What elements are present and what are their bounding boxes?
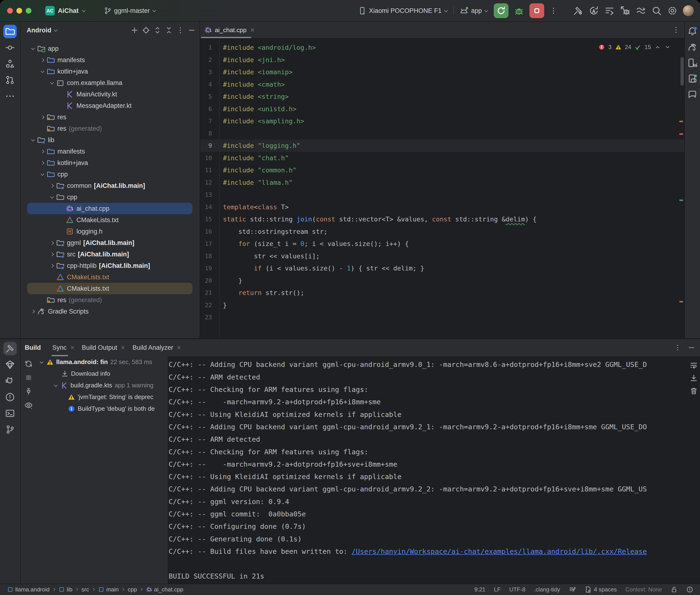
- rail-button-gemini[interactable]: [686, 88, 699, 101]
- build-info-node[interactable]: BuildType 'debug' is both de: [21, 403, 168, 415]
- close-tab-icon[interactable]: [176, 345, 182, 350]
- profiler-icon[interactable]: [636, 5, 646, 16]
- attach-debugger-icon[interactable]: [620, 5, 631, 16]
- file-encoding[interactable]: UTF-8: [509, 586, 525, 593]
- tree-item-messageadapter-kt[interactable]: MessageAdapter.kt: [27, 100, 192, 111]
- rail-button-gradle-elephant[interactable]: [686, 41, 699, 53]
- hide-build-panel-icon[interactable]: [688, 344, 695, 351]
- gradle-file-node[interactable]: build.gradle.kts app 1 warning: [21, 379, 168, 391]
- tree-item-res[interactable]: res(generated): [27, 294, 192, 306]
- zoom-window-button[interactable]: [26, 8, 31, 13]
- code-line-21[interactable]: 21 return str.str();: [200, 287, 684, 299]
- chevron-right-icon[interactable]: [50, 241, 54, 245]
- editor-options-kebab-icon[interactable]: [672, 26, 680, 34]
- error-stripe-mark[interactable]: [679, 121, 683, 122]
- tree-item-cmakelists-txt[interactable]: CMakeLists.txt: [27, 272, 192, 283]
- error-stripe-mark[interactable]: [679, 301, 683, 302]
- chevron-down-icon[interactable]: [40, 69, 45, 74]
- locate-file-icon[interactable]: [142, 26, 150, 34]
- tree-item-manifests[interactable]: manifests: [27, 54, 192, 66]
- rail-button-diamond[interactable]: [3, 358, 17, 371]
- project-widget[interactable]: AC AiChat: [45, 6, 86, 16]
- code-line-15[interactable]: 15static std::string join(const std::vec…: [200, 213, 684, 225]
- code-line-5[interactable]: 5#include <string>: [200, 90, 684, 103]
- code-line-11[interactable]: 11#include "common.h": [200, 164, 684, 176]
- power-save-icon[interactable]: [686, 586, 693, 593]
- tree-item-cmakelists-txt[interactable]: CMakeLists.txt: [27, 283, 192, 294]
- code-line-13[interactable]: 13: [200, 189, 684, 201]
- build-warning-node[interactable]: 'jvmTarget: String' is deprec: [21, 391, 168, 403]
- rail-button-hammer[interactable]: [3, 342, 17, 355]
- clear-all-icon[interactable]: [690, 387, 698, 395]
- user-avatar[interactable]: [683, 5, 694, 16]
- error-stripe-mark[interactable]: [679, 133, 683, 135]
- apply-code-changes-icon[interactable]: [604, 5, 615, 16]
- expand-all-icon[interactable]: [153, 26, 162, 34]
- inspections-status-icon[interactable]: [569, 586, 576, 593]
- rail-button-problems[interactable]: [3, 391, 17, 404]
- code-line-20[interactable]: 20 }: [200, 275, 684, 287]
- chevron-right-icon[interactable]: [40, 161, 45, 165]
- download-info-node[interactable]: Download info: [21, 368, 168, 379]
- rerun-button[interactable]: [494, 3, 508, 18]
- code-line-14[interactable]: 14template<class T>: [200, 201, 684, 213]
- chevron-down-icon[interactable]: [50, 195, 54, 199]
- tree-item-res[interactable]: res: [27, 111, 192, 123]
- chevron-down-icon[interactable]: [31, 47, 35, 51]
- build-tab-build-output[interactable]: Build Output: [79, 339, 129, 356]
- chevron-right-icon[interactable]: [40, 149, 45, 153]
- breadcrumb-item-llama-android[interactable]: llama.android: [7, 586, 50, 593]
- search-icon[interactable]: [651, 5, 662, 16]
- rail-button-pull-requests[interactable]: [3, 73, 17, 87]
- close-tab-icon[interactable]: [249, 27, 256, 33]
- rail-button-bell[interactable]: [686, 25, 699, 38]
- vcs-branch-widget[interactable]: ggml-master: [104, 7, 157, 15]
- settings-gear-icon[interactable]: [667, 5, 678, 16]
- more-actions-kebab-icon[interactable]: [550, 7, 558, 15]
- line-separator[interactable]: LF: [494, 586, 501, 593]
- code-editor[interactable]: 1#include <android/log.h>2#include <jni.…: [200, 38, 684, 338]
- run-configuration-selector[interactable]: app: [459, 6, 488, 16]
- code-line-9[interactable]: 9#include "logging.h": [200, 140, 684, 152]
- code-line-3[interactable]: 3#include <iomanip>: [200, 66, 684, 78]
- debug-button[interactable]: [514, 5, 524, 16]
- tree-item-cpp[interactable]: cpp: [27, 169, 192, 180]
- tree-item-mainactivity-kt[interactable]: MainActivity.kt: [27, 89, 192, 100]
- code-line-7[interactable]: 7#include <sampling.h>: [200, 115, 684, 128]
- panel-options-kebab-icon[interactable]: [176, 26, 184, 34]
- close-window-button[interactable]: [7, 8, 13, 13]
- tree-item-cmakelists-txt[interactable]: CMakeLists.txt: [27, 214, 192, 226]
- tree-item-common[interactable]: common[AiChat.lib.main]: [27, 180, 192, 192]
- code-line-23[interactable]: 23: [200, 311, 684, 323]
- breadcrumb[interactable]: llama.androidlibsrcmaincppai_chat.cpp: [7, 586, 184, 593]
- apply-changes-icon[interactable]: [589, 5, 599, 16]
- breadcrumb-item-src[interactable]: src: [81, 586, 89, 593]
- tree-item-kotlin-java[interactable]: kotlin+java: [27, 66, 192, 77]
- chevron-right-icon[interactable]: [40, 58, 45, 62]
- code-line-22[interactable]: 22}: [200, 299, 684, 311]
- rail-button-vcs[interactable]: [3, 423, 17, 436]
- lock-open-icon[interactable]: [670, 586, 678, 593]
- rail-button-logcat[interactable]: [3, 374, 17, 388]
- close-tab-icon[interactable]: [69, 345, 75, 350]
- tree-item-com-example-llama[interactable]: com.example.llama: [27, 77, 192, 89]
- chevron-down-icon[interactable]: [50, 81, 54, 85]
- project-view-selector[interactable]: Android: [27, 27, 51, 34]
- rail-button-commit[interactable]: [3, 41, 17, 54]
- code-line-17[interactable]: 17 for (size_t i = 0; i < values.size();…: [200, 237, 684, 250]
- vcs-stripe-mark[interactable]: [679, 200, 683, 201]
- build-tab-sync[interactable]: Sync: [49, 339, 79, 356]
- code-line-4[interactable]: 4#include <cmath>: [200, 78, 684, 91]
- breadcrumb-item-ai-chat-cpp[interactable]: ai_chat.cpp: [146, 586, 184, 593]
- rail-button-device-manager[interactable]: [686, 57, 699, 69]
- tree-item-ai-chat-cpp[interactable]: ai_chat.cpp: [27, 203, 192, 214]
- chevron-down-icon[interactable]: [31, 138, 35, 142]
- build-hammer-icon[interactable]: [573, 5, 583, 16]
- collapse-all-icon[interactable]: [165, 26, 173, 34]
- tree-item-app[interactable]: app: [27, 43, 192, 54]
- soft-wrap-icon[interactable]: [690, 361, 698, 370]
- rail-button-structure[interactable]: [3, 57, 17, 70]
- tree-item-cpp-httplib[interactable]: cpp-httplib[AiChat.lib.main]: [27, 260, 192, 272]
- chevron-right-icon[interactable]: [40, 115, 45, 119]
- clang-tidy-status[interactable]: .clang-tidy: [534, 586, 560, 593]
